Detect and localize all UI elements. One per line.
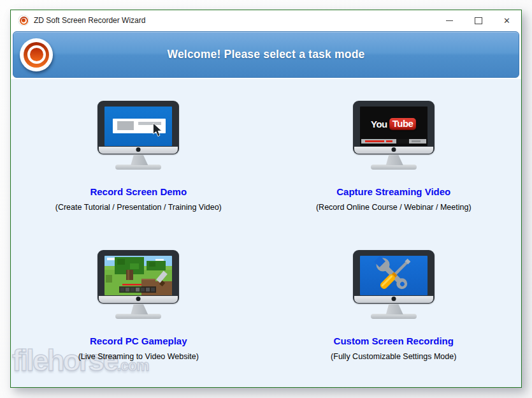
task-row-2: Record PC Gameplay (Live Streaming to Vi… <box>11 250 521 361</box>
gameplay-screen <box>104 256 172 295</box>
task-title-link[interactable]: Custom Screen Recording <box>334 335 454 346</box>
monitor-camera-dot <box>136 297 141 301</box>
monitor-stand <box>384 304 403 314</box>
app-logo-record-icon <box>20 38 53 71</box>
monitor-base <box>115 165 161 170</box>
presentation-image-block <box>117 121 134 131</box>
task-record-screen-demo[interactable]: Record Screen Demo (Create Tutorial / Pr… <box>11 101 266 212</box>
task-record-pc-gameplay[interactable]: Record PC Gameplay (Live Streaming to Vi… <box>11 250 266 361</box>
monitor-camera-dot <box>391 297 396 301</box>
monitor-stand <box>129 154 148 165</box>
close-button[interactable]: ✕ <box>492 10 521 31</box>
video-player-bar <box>361 139 426 144</box>
wrench-screwdriver-icon <box>360 256 428 295</box>
maximize-icon <box>475 17 482 24</box>
desktop-background: ZD Soft Screen Recorder Wizard ✕ Welcome… <box>0 0 532 398</box>
task-title-link[interactable]: Record PC Gameplay <box>90 335 187 346</box>
task-title-link[interactable]: Record Screen Demo <box>90 186 187 197</box>
app-record-icon <box>18 15 29 26</box>
task-title-link[interactable]: Capture Streaming Video <box>336 186 450 197</box>
monitor-camera-dot <box>391 147 396 152</box>
header-banner: Welcome! Please select a task mode <box>13 31 519 78</box>
monitor-stand <box>129 304 148 314</box>
youtube-logo-tube: Tube <box>389 118 417 130</box>
task-row-1: Record Screen Demo (Create Tutorial / Pr… <box>11 101 521 212</box>
window-title: ZD Soft Screen Recorder Wizard <box>34 16 435 25</box>
app-window: ZD Soft Screen Recorder Wizard ✕ Welcome… <box>10 10 522 388</box>
monitor-chin <box>99 147 178 154</box>
presentation-screen <box>104 107 172 146</box>
monitor-base <box>115 314 161 319</box>
monitor-stand <box>384 154 403 165</box>
minecraft-scene <box>104 256 172 295</box>
monitor-bezel: You Tube <box>353 101 435 154</box>
task-capture-streaming-video[interactable]: You Tube <box>266 101 522 212</box>
header-title: Welcome! Please select a task mode <box>168 48 365 61</box>
monitor-chin <box>354 147 433 154</box>
task-area: filehorse.com <box>11 79 521 387</box>
monitor-bezel <box>97 250 179 304</box>
minimize-button[interactable] <box>435 10 464 31</box>
monitor-chin <box>99 296 178 303</box>
youtube-logo-you: You <box>371 119 387 129</box>
youtube-logo: You Tube <box>371 118 416 130</box>
title-bar[interactable]: ZD Soft Screen Recorder Wizard ✕ <box>11 10 521 31</box>
player-time-display <box>396 139 409 144</box>
monitor-presentation-icon[interactable] <box>97 101 179 171</box>
player-progress-segment <box>386 140 392 142</box>
tools-screen <box>360 256 428 295</box>
monitor-base <box>371 165 417 170</box>
monitor-chin <box>354 296 433 303</box>
youtube-screen: You Tube <box>360 107 428 146</box>
close-icon: ✕ <box>503 17 510 25</box>
task-subtitle: (Record Online Course / Webinar / Meetin… <box>316 203 471 212</box>
maximize-button[interactable] <box>464 10 492 31</box>
task-subtitle: (Fully Customizable Settings Mode) <box>331 352 456 361</box>
window-controls: ✕ <box>435 10 521 31</box>
task-subtitle: (Create Tutorial / Presentation / Traini… <box>55 203 222 212</box>
monitor-base <box>371 314 417 319</box>
mouse-cursor-icon <box>152 123 162 137</box>
monitor-camera-dot <box>136 147 141 152</box>
player-progress <box>365 140 385 142</box>
monitor-bezel <box>353 250 435 304</box>
monitor-tools-icon[interactable] <box>353 250 435 320</box>
monitor-minecraft-icon[interactable] <box>97 250 179 320</box>
minimize-icon <box>446 20 453 21</box>
task-subtitle: (Live Streaming to Video Website) <box>78 352 199 361</box>
player-controls <box>412 140 421 142</box>
task-custom-screen-recording[interactable]: Custom Screen Recording (Fully Customiza… <box>266 250 522 361</box>
monitor-bezel <box>97 101 179 154</box>
monitor-youtube-icon[interactable]: You Tube <box>353 101 435 171</box>
